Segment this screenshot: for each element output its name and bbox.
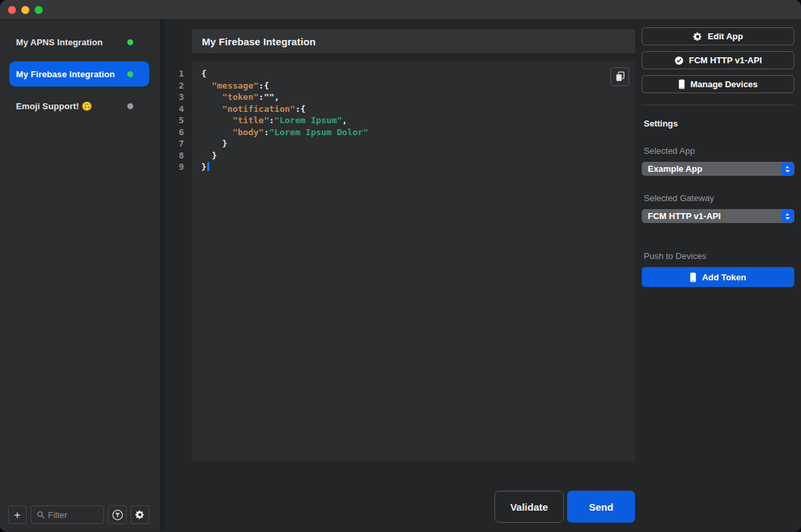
send-button[interactable]: Send <box>567 491 635 523</box>
line-number: 9 <box>165 161 184 173</box>
line-number: 2 <box>165 80 184 92</box>
settings-button[interactable] <box>131 505 149 524</box>
code-line: "body":"Lorem Ipsum Dolor" <box>201 127 626 138</box>
button-label: Add Token <box>702 272 746 282</box>
filter-box <box>31 505 104 524</box>
editor-wrap: 123456789 { "message":{ "token":"", "not… <box>165 61 635 461</box>
code-line: "notification":{ <box>201 103 626 115</box>
line-number: 4 <box>165 103 184 115</box>
push-to-devices-label: Push to Devices <box>642 251 794 261</box>
sidebar-toolbar: + <box>8 505 149 524</box>
line-number: 5 <box>165 115 184 127</box>
code-lines: { "message":{ "token":"", "notification"… <box>201 68 626 173</box>
chevron-up-down-icon <box>781 162 794 175</box>
code-line: { <box>201 68 626 80</box>
page-title: My Firebase Integration <box>202 36 316 47</box>
phone-icon <box>678 79 685 89</box>
main-area: My Firebase Integration 123456789 { "mes… <box>165 20 635 531</box>
chevron-up-down-icon <box>781 210 794 222</box>
traffic-lights <box>8 6 43 14</box>
dropdown-value: FCM HTTP v1-API <box>648 211 721 221</box>
code-line: } <box>201 161 626 173</box>
minimize-button[interactable] <box>21 6 29 14</box>
sidebar: My APNS IntegrationMy Firebase Integrati… <box>0 20 165 531</box>
badge-check-icon <box>674 56 684 65</box>
integration-label: Emoji Support! 🙃 <box>16 101 127 111</box>
line-number: 7 <box>165 138 184 150</box>
line-number: 8 <box>165 150 184 162</box>
validate-button[interactable]: Validate <box>494 491 564 523</box>
button-label: Edit App <box>708 31 743 41</box>
integration-label: My Firebase Integration <box>16 69 127 79</box>
button-label: Manage Devices <box>690 79 758 89</box>
plus-icon: + <box>14 509 21 521</box>
json-editor[interactable]: { "message":{ "token":"", "notification"… <box>192 61 635 461</box>
search-icon <box>37 511 45 519</box>
selected-app-dropdown[interactable]: Example App <box>642 162 794 176</box>
text-cursor <box>207 162 209 171</box>
status-dot <box>127 39 133 45</box>
titlebar <box>0 0 801 20</box>
sidebar-item-my-apns-integration[interactable]: My APNS Integration <box>9 29 149 55</box>
window-content: My APNS IntegrationMy Firebase Integrati… <box>0 20 801 531</box>
integration-label: My APNS Integration <box>16 37 127 47</box>
button-label: FCM HTTP v1-API <box>689 55 762 65</box>
dropdown-value: Example App <box>648 164 702 174</box>
filter-input[interactable] <box>48 510 98 520</box>
code-line: } <box>201 138 626 150</box>
code-line: "token":"", <box>201 91 626 103</box>
add-integration-button[interactable]: + <box>8 505 27 524</box>
right-panel: Edit AppFCM HTTP v1-APIManage Devices Se… <box>635 20 801 531</box>
zoom-button[interactable] <box>35 6 43 14</box>
copy-icon <box>615 71 625 82</box>
status-dot <box>127 71 133 77</box>
fcm-http-v1-api-button[interactable]: FCM HTTP v1-API <box>642 51 794 69</box>
line-number: 1 <box>165 68 184 80</box>
selected-app-label: Selected App <box>642 146 794 156</box>
panel-divider <box>642 105 794 105</box>
app-actions: Edit AppFCM HTTP v1-APIManage Devices <box>642 27 794 93</box>
code-line: "title":"Lorem Ipsum", <box>201 115 626 127</box>
sidebar-item-emoji-support[interactable]: Emoji Support! 🙃 <box>9 93 149 119</box>
code-line: "message":{ <box>201 80 626 92</box>
gear-icon <box>135 510 145 519</box>
close-button[interactable] <box>8 6 16 14</box>
filter-toggle-button[interactable] <box>108 505 127 524</box>
sidebar-item-my-firebase-integration[interactable]: My Firebase Integration <box>9 61 149 87</box>
status-dot <box>127 103 133 109</box>
copy-button[interactable] <box>610 67 629 86</box>
add-token-button[interactable]: Add Token <box>642 267 794 287</box>
editor-gutter: 123456789 <box>165 61 192 461</box>
action-row: Validate Send <box>165 491 635 523</box>
manage-devices-button[interactable]: Manage Devices <box>642 75 794 93</box>
code-line: } <box>201 150 626 162</box>
app-window: My APNS IntegrationMy Firebase Integrati… <box>0 0 801 532</box>
selected-gateway-label: Selected Gateway <box>642 193 794 203</box>
settings-heading: Settings <box>642 119 794 129</box>
gear-icon <box>693 32 702 41</box>
integration-list: My APNS IntegrationMy Firebase Integrati… <box>0 20 160 119</box>
filter-circle-icon <box>112 509 123 521</box>
phone-icon <box>690 272 696 282</box>
edit-app-button[interactable]: Edit App <box>642 27 794 45</box>
selected-gateway-dropdown[interactable]: FCM HTTP v1-API <box>642 209 794 223</box>
editor-header: My Firebase Integration <box>192 29 635 53</box>
line-number: 3 <box>165 91 184 103</box>
line-number: 6 <box>165 127 184 138</box>
